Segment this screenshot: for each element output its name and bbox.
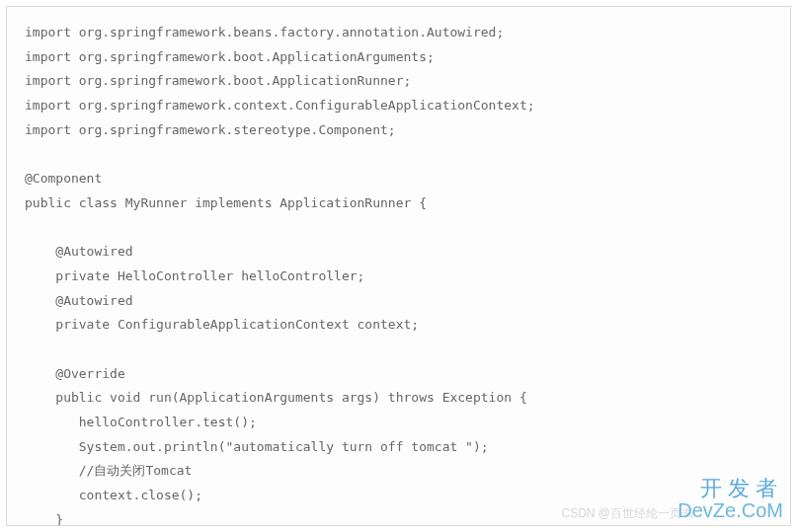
code-content: import org.springframework.beans.factory… xyxy=(25,25,535,526)
code-block: import org.springframework.beans.factory… xyxy=(6,6,791,526)
